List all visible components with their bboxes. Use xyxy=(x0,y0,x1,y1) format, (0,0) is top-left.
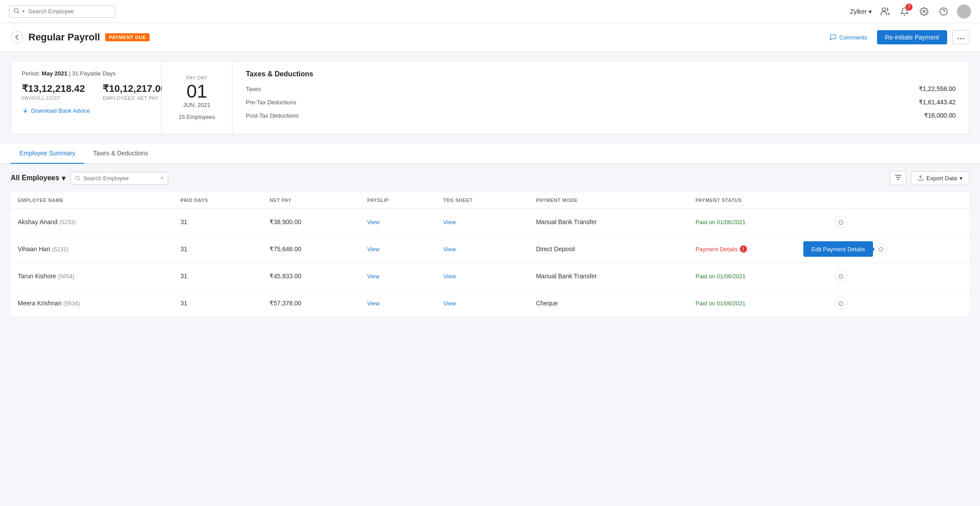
payment-mode-cell: Cheque xyxy=(529,290,688,317)
payslip-cell: View xyxy=(360,236,436,263)
download-bank-advice-link[interactable]: Download Bank Advice xyxy=(22,107,150,114)
settings-icon[interactable] xyxy=(918,5,930,18)
employee-search-icon xyxy=(75,175,80,181)
page-title: Regular Payroll xyxy=(28,32,100,43)
people-icon[interactable] xyxy=(879,5,891,18)
paid-status: Paid on 01/06/2021 xyxy=(695,219,746,225)
payroll-cost-amount: ₹13,12,218.42 xyxy=(22,83,85,95)
top-nav: ▾ Zylker ▾ 7 xyxy=(0,0,980,23)
payment-mode-cell: Manual Bank Transfer xyxy=(529,263,688,290)
payment-due-badge: PAYMENT DUE xyxy=(105,33,150,41)
employee-search-input[interactable] xyxy=(83,175,158,182)
payment-status-cell: Paid on 01/06/2021 xyxy=(688,290,828,317)
pay-day-label: PAY DAY xyxy=(186,75,208,80)
tax-row-post-tax: Post-Tax Deductions ₹16,000.00 xyxy=(246,112,956,119)
filter-button[interactable] xyxy=(890,171,906,185)
export-data-button[interactable]: Export Data ▾ xyxy=(911,171,969,185)
employee-search-bar[interactable]: ▾ xyxy=(71,172,168,185)
payslip-view-link[interactable]: View xyxy=(367,219,379,225)
payroll-cost-label: PAYROLL COST xyxy=(22,95,85,101)
paid-days-cell: 31 xyxy=(173,236,262,263)
payslip-cell: View xyxy=(360,290,436,317)
tds-view-link[interactable]: View xyxy=(443,246,456,253)
back-button[interactable] xyxy=(11,31,23,43)
table-row: Tarun Kishore (5654)31₹45,833.00ViewView… xyxy=(11,263,969,290)
payslip-view-link[interactable]: View xyxy=(367,300,379,307)
tds-view-link[interactable]: View xyxy=(443,219,456,225)
dropdown-chevron-icon: ▾ xyxy=(62,174,65,182)
row-more-button[interactable]: ⊙ xyxy=(835,216,847,228)
employee-search-dropdown-icon[interactable]: ▾ xyxy=(161,175,163,181)
tab-taxes-deductions[interactable]: Taxes & Deductions xyxy=(84,143,157,164)
tax-row-pre-tax: Pre-Tax Deductions ₹1,61,443.42 xyxy=(246,99,956,106)
employee-name-cell: Meera Krishnan (5634) xyxy=(11,290,173,317)
paid-days-cell: 31 xyxy=(173,209,262,236)
col-paid-days: PAID DAYS xyxy=(173,192,262,209)
table-row: Meera Krishnan (5634)31₹57,378.00ViewVie… xyxy=(11,290,969,317)
row-action-cell: ⊙ xyxy=(828,209,969,236)
reinitiate-payment-button[interactable]: Re-initiate Payment xyxy=(877,30,947,44)
taxes-title: Taxes & Deductions xyxy=(246,70,956,78)
org-switcher[interactable]: Zylker ▾ xyxy=(850,8,872,15)
tab-employee-summary[interactable]: Employee Summary xyxy=(11,143,84,164)
pay-day-number: 01 xyxy=(186,82,207,101)
amounts-row: ₹13,12,218.42 PAYROLL COST ₹10,12,217.00… xyxy=(22,83,150,101)
tds-sheet-cell: View xyxy=(436,236,529,263)
employee-name: Tarun Kishore xyxy=(18,273,58,280)
col-payment-status: PAYMENT STATUS xyxy=(688,192,828,209)
table-row: Vihaan Hari (5231)31₹75,646.00ViewViewDi… xyxy=(11,236,969,263)
avatar[interactable] xyxy=(957,4,971,19)
tds-view-link[interactable]: View xyxy=(443,273,456,280)
notification-badge: 7 xyxy=(905,4,913,11)
global-search-input[interactable] xyxy=(28,8,111,15)
payment-mode-cell: Direct Deposit xyxy=(529,236,688,263)
notifications-icon[interactable]: 7 xyxy=(898,5,911,18)
row-more-button[interactable]: ⊙ xyxy=(835,270,847,282)
export-chevron-icon: ▾ xyxy=(960,175,963,182)
payroll-summary-card: Period: May 2021 | 31 Payable Days ₹13,1… xyxy=(11,61,162,134)
payslip-view-link[interactable]: View xyxy=(367,273,379,280)
payment-mode-cell: Manual Bank Transfer xyxy=(529,209,688,236)
row-more-button[interactable]: ⊙ xyxy=(835,297,847,309)
paid-status: Paid on 01/06/2021 xyxy=(695,300,746,307)
employee-id: (5233) xyxy=(59,219,76,225)
payroll-cost-block: ₹13,12,218.42 PAYROLL COST xyxy=(22,83,85,101)
row-more-button[interactable]: ⊙ xyxy=(875,243,887,255)
col-actions xyxy=(828,192,969,209)
page-header-actions: Comments Re-initiate Payment xyxy=(825,30,969,44)
search-icon xyxy=(14,8,20,15)
table-controls: All Employees ▾ ▾ xyxy=(11,171,969,185)
nav-right: Zylker ▾ 7 xyxy=(850,4,971,19)
tds-sheet-cell: View xyxy=(436,209,529,236)
col-payment-mode: PAYMENT MODE xyxy=(529,192,688,209)
taxes-deductions-card: Taxes & Deductions Taxes ₹1,22,558.00 Pr… xyxy=(233,61,969,134)
net-pay-amount: ₹10,12,217.00 xyxy=(103,83,166,95)
more-options-button[interactable] xyxy=(952,30,969,44)
tds-view-link[interactable]: View xyxy=(443,300,456,307)
svg-point-4 xyxy=(940,8,948,15)
table-section: All Employees ▾ ▾ xyxy=(0,164,980,324)
help-icon[interactable] xyxy=(937,5,950,18)
employees-filter-dropdown[interactable]: All Employees ▾ xyxy=(11,174,65,182)
svg-line-11 xyxy=(79,179,80,180)
svg-point-6 xyxy=(958,38,959,40)
search-dropdown-icon[interactable]: ▾ xyxy=(22,8,25,14)
error-icon: ! xyxy=(740,245,747,253)
table-body: Akshay Anand (5233)31₹38,900.00ViewViewM… xyxy=(11,209,969,317)
col-net-pay: NET PAY xyxy=(262,192,360,209)
comments-button[interactable]: Comments xyxy=(825,31,872,43)
page-header: Regular Payroll PAYMENT DUE Comments Re-… xyxy=(0,23,980,52)
svg-point-7 xyxy=(960,38,962,40)
payslip-view-link[interactable]: View xyxy=(367,246,379,253)
edit-payment-tooltip: Edit Payment Details ⊙ xyxy=(835,243,887,255)
employee-name-cell: Tarun Kishore (5654) xyxy=(11,263,173,290)
tds-sheet-cell: View xyxy=(436,263,529,290)
employee-name-cell: Vihaan Hari (5231) xyxy=(11,236,173,263)
global-search-bar[interactable]: ▾ xyxy=(9,5,115,18)
row-action-cell: ⊙ xyxy=(828,263,969,290)
net-pay-cell: ₹45,833.00 xyxy=(262,263,360,290)
edit-payment-button[interactable]: Edit Payment Details xyxy=(803,241,873,257)
svg-point-2 xyxy=(882,8,885,11)
right-controls: Export Data ▾ xyxy=(890,171,969,185)
tax-row-taxes: Taxes ₹1,22,558.00 xyxy=(246,85,956,92)
